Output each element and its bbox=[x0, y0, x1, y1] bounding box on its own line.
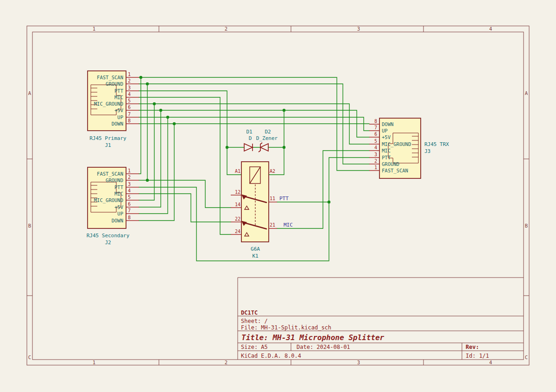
j1-pin-number: 2 bbox=[128, 78, 131, 83]
j1-pin-name: UP bbox=[117, 114, 123, 120]
j3-pin-number: 8 bbox=[374, 119, 377, 124]
j1-value[interactable]: RJ45 Primary bbox=[89, 135, 126, 141]
j3-pin-number: 4 bbox=[374, 145, 377, 150]
j3-pin-number: 5 bbox=[374, 139, 377, 144]
d2-reference[interactable]: D2 bbox=[265, 129, 271, 135]
j2-pin-number: 3 bbox=[128, 182, 131, 187]
schematic-page: 1 2 3 4 1 2 3 4 A B C A B C DC1TC Sheet:… bbox=[0, 0, 556, 392]
grid-col-label: 2 bbox=[225, 26, 227, 32]
j2-pin-name: FAST_SCAN bbox=[97, 171, 123, 177]
grid-row-label: A bbox=[28, 90, 32, 96]
grid-col-label: 2 bbox=[225, 360, 227, 365]
sheet-id-field: Id: 1/1 bbox=[466, 353, 489, 359]
wire-fastscan-j1-j2[interactable] bbox=[139, 77, 141, 174]
j2-pin-name: GROUND bbox=[106, 177, 123, 183]
j2-pin-number: 2 bbox=[128, 175, 131, 180]
junction-dot bbox=[283, 109, 285, 112]
j1-pin-number: 6 bbox=[128, 105, 131, 110]
wire-mic-relay21-j3[interactable] bbox=[277, 151, 369, 228]
size-field: Size: A5 bbox=[241, 344, 268, 350]
connector-j1[interactable]: 1 2 3 4 5 6 7 8 FAST_SCAN GROUND PTT MIC… bbox=[88, 71, 139, 148]
connector-j3[interactable]: 8 7 6 5 4 3 2 1 DOWN UP +5V MIC_GROUND M… bbox=[369, 118, 449, 178]
grid-col-label: 4 bbox=[489, 360, 492, 365]
zener-symbol-icon[interactable] bbox=[260, 144, 268, 151]
j3-pin-name: DOWN bbox=[382, 121, 393, 127]
j2-pin-number: 8 bbox=[128, 215, 131, 220]
j3-pin-name: UP bbox=[382, 128, 388, 133]
junction-dot bbox=[146, 179, 149, 182]
d2-value[interactable]: D_Zener bbox=[256, 135, 278, 141]
j3-pin-number: 2 bbox=[374, 158, 377, 164]
junction-dot bbox=[328, 201, 330, 203]
junction-dot bbox=[146, 82, 149, 85]
diode-symbol-icon[interactable] bbox=[244, 144, 253, 151]
schematic-title: Title: MH-31 Microphone Splitter bbox=[241, 333, 385, 342]
j3-pin-name: MIC_GROUND bbox=[382, 141, 411, 147]
junction-dot bbox=[166, 116, 169, 119]
j3-reference[interactable]: J3 bbox=[424, 148, 430, 154]
j3-pin-name: FAST_SCAN bbox=[382, 168, 408, 174]
grid-row-label: B bbox=[28, 223, 31, 228]
j2-pin-number: 5 bbox=[128, 195, 131, 200]
j1-pin-number: 3 bbox=[128, 85, 131, 90]
j1-pin-number: 5 bbox=[128, 98, 131, 103]
date-field: Date: 2024-08-01 bbox=[297, 344, 350, 350]
j2-pin-number: 7 bbox=[128, 208, 131, 213]
diode-d2[interactable]: D2 D_Zener bbox=[256, 129, 278, 152]
wire-5v-j1-j2[interactable] bbox=[139, 110, 161, 207]
grid-col-label: 1 bbox=[93, 360, 95, 365]
k1-pin-12: 12 bbox=[235, 190, 240, 195]
j2-reference[interactable]: J2 bbox=[105, 240, 111, 246]
j1-pin-name: +5V bbox=[114, 107, 124, 113]
j2-pin-name: MIC_GROUND bbox=[94, 197, 123, 203]
sheet-field: Sheet: / bbox=[241, 318, 268, 324]
j3-pin-number: 6 bbox=[374, 132, 377, 137]
j2-pin-name: UP bbox=[117, 211, 123, 216]
j2-pin-name: MIC bbox=[114, 191, 123, 196]
j3-pin-name: GROUND bbox=[382, 161, 399, 167]
junction-dot bbox=[173, 122, 176, 125]
d1-value[interactable]: D bbox=[249, 135, 252, 141]
d1-reference[interactable]: D1 bbox=[246, 129, 252, 135]
connector-j2[interactable]: 1 2 3 4 5 6 7 8 FAST_SCAN GROUND PTT MIC… bbox=[87, 167, 139, 246]
j2-pin-number: 1 bbox=[128, 168, 131, 173]
junction-dot bbox=[153, 102, 156, 105]
j2-pin-name: DOWN bbox=[112, 218, 123, 223]
junction-dot bbox=[226, 146, 228, 149]
wire-up-j1-j2[interactable] bbox=[139, 117, 168, 214]
grid-row-label: A bbox=[525, 90, 528, 96]
diode-d1[interactable]: D1 D bbox=[244, 129, 253, 151]
junction-dot bbox=[139, 76, 142, 79]
net-label-ptt[interactable]: PTT bbox=[279, 196, 289, 202]
k1-pin-a1: A1 bbox=[235, 169, 240, 174]
file-field: File: MH-31-Split.kicad_sch bbox=[241, 324, 331, 331]
wire-5v-coil-a2[interactable] bbox=[269, 110, 284, 175]
j2-value[interactable]: RJ45 Secondary bbox=[87, 233, 130, 239]
k1-reference[interactable]: K1 bbox=[252, 253, 258, 259]
rev-field: Rev: bbox=[466, 344, 479, 350]
j3-pin-name: +5V bbox=[382, 134, 391, 140]
net-label-mic[interactable]: MIC bbox=[284, 222, 293, 228]
j1-pin-number: 4 bbox=[128, 92, 131, 97]
j3-pin-name: MIC bbox=[382, 148, 391, 153]
k1-pin-22: 22 bbox=[235, 216, 240, 221]
relay-k1[interactable]: A1 A2 12 14 22 24 11 21 PTT MIC G6A K1 bbox=[231, 162, 293, 259]
j1-pin-name: MIC bbox=[114, 95, 123, 100]
tool-version: KiCad E.D.A. 8.0.4 bbox=[241, 353, 301, 359]
k1-pin-24: 24 bbox=[235, 229, 240, 234]
j1-reference[interactable]: J1 bbox=[105, 142, 111, 148]
j1-pin-number: 8 bbox=[128, 118, 131, 123]
j2-pin-number: 6 bbox=[128, 202, 131, 207]
wire-micground-j1-j2[interactable] bbox=[139, 104, 154, 200]
wire-down-j1-j2[interactable] bbox=[139, 124, 174, 221]
k1-value[interactable]: G6A bbox=[251, 246, 260, 252]
schematic-canvas[interactable]: 1 2 3 4 1 2 3 4 A B C A B C DC1TC Sheet:… bbox=[0, 0, 556, 392]
j3-pin-number: 1 bbox=[374, 165, 377, 170]
k1-pin-a2: A2 bbox=[270, 169, 275, 174]
k1-pin-11: 11 bbox=[270, 196, 275, 201]
grid-row-label: C bbox=[28, 354, 31, 360]
k1-pin-14: 14 bbox=[235, 202, 240, 207]
j1-pin-name: PTT bbox=[114, 88, 124, 94]
j3-pin-name: PTT bbox=[382, 155, 391, 160]
j3-value[interactable]: RJ45 TRX bbox=[424, 141, 449, 147]
